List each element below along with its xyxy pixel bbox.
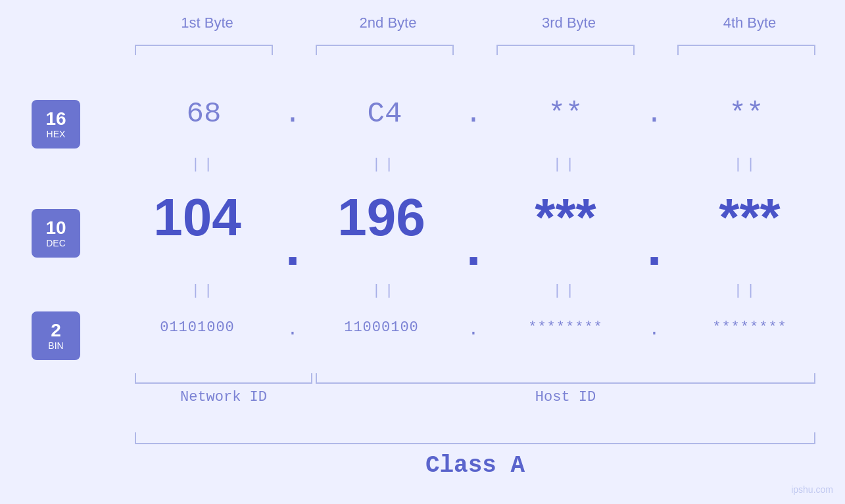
badge-dec-label: DEC bbox=[46, 238, 66, 248]
host-id-label: Host ID bbox=[316, 389, 815, 405]
bin-value-4: ******** bbox=[664, 319, 835, 336]
hex-value-1: 68 bbox=[135, 97, 273, 130]
byte-label-2: 2nd Byte bbox=[316, 14, 460, 32]
top-bracket-3 bbox=[496, 45, 635, 55]
hex-dot-3: . bbox=[635, 97, 674, 130]
eq-hd-4: || bbox=[677, 156, 815, 173]
dec-value-1: 104 bbox=[112, 187, 283, 248]
class-a-bracket bbox=[135, 432, 815, 444]
eq-db-2: || bbox=[316, 283, 454, 299]
badge-dec: 10 DEC bbox=[32, 209, 80, 258]
eq-db-3: || bbox=[496, 283, 635, 299]
top-bracket-1 bbox=[135, 45, 273, 55]
hex-value-4: ** bbox=[677, 97, 815, 130]
class-a-label: Class A bbox=[135, 452, 815, 479]
badge-bin: 2 BIN bbox=[32, 311, 80, 360]
eq-hd-1: || bbox=[135, 156, 273, 173]
network-id-label: Network ID bbox=[135, 389, 312, 405]
eq-db-1: || bbox=[135, 283, 273, 299]
hex-value-2: C4 bbox=[316, 97, 454, 130]
eq-db-4: || bbox=[677, 283, 815, 299]
eq-hd-3: || bbox=[496, 156, 635, 173]
byte-label-4: 4th Byte bbox=[677, 14, 822, 32]
badge-dec-number: 10 bbox=[45, 218, 66, 239]
hex-dot-2: . bbox=[454, 97, 493, 130]
badge-hex-number: 16 bbox=[45, 109, 66, 129]
byte-label-1: 1st Byte bbox=[135, 14, 279, 32]
dec-value-3: *** bbox=[480, 187, 651, 248]
bin-value-3: ******** bbox=[480, 319, 651, 336]
dec-value-4: *** bbox=[664, 187, 835, 248]
watermark: ipshu.com bbox=[791, 484, 833, 495]
bin-value-2: 11000100 bbox=[296, 319, 467, 336]
bin-value-1: 01101000 bbox=[112, 319, 283, 336]
badge-hex-label: HEX bbox=[47, 129, 66, 139]
badge-bin-label: BIN bbox=[48, 340, 63, 351]
network-id-bracket bbox=[135, 373, 312, 384]
byte-label-3: 3rd Byte bbox=[496, 14, 641, 32]
page-background: 1st Byte 2nd Byte 3rd Byte 4th Byte 16 H… bbox=[0, 0, 845, 504]
top-bracket-4 bbox=[677, 45, 815, 55]
badge-bin-number: 2 bbox=[51, 321, 61, 341]
top-bracket-2 bbox=[316, 45, 454, 55]
badge-hex: 16 HEX bbox=[32, 100, 80, 149]
host-id-bracket bbox=[316, 373, 815, 384]
dec-value-2: 196 bbox=[296, 187, 467, 248]
hex-value-3: ** bbox=[496, 97, 635, 130]
hex-dot-1: . bbox=[273, 97, 312, 130]
eq-hd-2: || bbox=[316, 156, 454, 173]
